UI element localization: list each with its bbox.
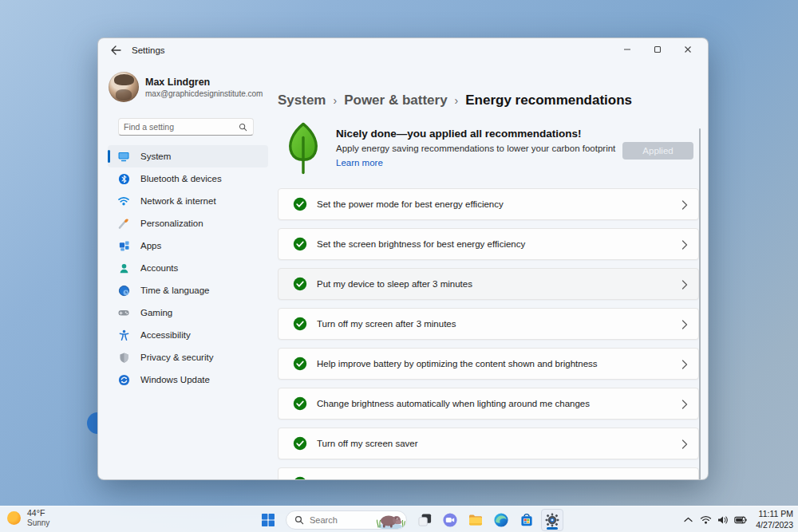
minimize-button[interactable]: [612, 40, 642, 59]
recommendation-label: Help improve battery by optimizing the c…: [317, 359, 598, 368]
sidebar-item-label: System: [140, 152, 171, 161]
sidebar-item-label: Apps: [140, 241, 161, 250]
windows-logo-icon: [261, 513, 275, 527]
gear-icon: [544, 512, 560, 528]
brush-icon: [117, 217, 130, 230]
sidebar: Max Lindgren max@graphicdesigninstitute.…: [98, 62, 278, 479]
sidebar-item-system[interactable]: System: [108, 145, 268, 167]
sidebar-item-time-language[interactable]: Time & language: [108, 279, 268, 301]
sidebar-item-accounts[interactable]: Accounts: [108, 257, 268, 279]
rec-row-screen-off[interactable]: Turn off my screen after 3 minutes: [278, 308, 699, 340]
volume-icon[interactable]: [716, 513, 730, 527]
window-controls: [612, 40, 703, 59]
chevron-right-icon: [681, 240, 688, 250]
check-circle-icon: [293, 277, 307, 291]
find-setting-input[interactable]: [119, 122, 239, 132]
rec-row-stop-usb[interactable]: Stop USB devices when my screen is off t…: [278, 467, 699, 480]
sidebar-nav: System Bluetooth & devices Network & int…: [108, 145, 268, 391]
breadcrumb-system[interactable]: System: [278, 93, 326, 108]
sidebar-item-bluetooth-devices[interactable]: Bluetooth & devices: [108, 167, 268, 190]
rec-row-optimize-content[interactable]: Help improve battery by optimizing the c…: [278, 348, 699, 380]
sidebar-item-privacy-security[interactable]: Privacy & security: [108, 346, 268, 368]
start-button[interactable]: [257, 509, 279, 531]
close-icon: [684, 45, 692, 53]
magnifier-icon: [294, 515, 304, 525]
find-setting-searchbox[interactable]: [118, 118, 254, 136]
minimize-icon: [623, 45, 631, 53]
store-button[interactable]: [516, 509, 538, 531]
edge-button[interactable]: [490, 509, 512, 531]
sidebar-item-accessibility[interactable]: Accessibility: [108, 324, 268, 346]
chevron-right-icon: [681, 400, 688, 409]
back-button[interactable]: [106, 44, 125, 58]
check-circle-icon: [293, 396, 307, 411]
breadcrumb-separator-icon: ›: [455, 94, 459, 107]
shield-icon: [117, 351, 130, 364]
scrollbar[interactable]: [699, 128, 701, 480]
task-view-icon: [417, 512, 433, 527]
taskbar-search-input[interactable]: [310, 515, 374, 525]
avatar: [109, 72, 139, 102]
taskbar-searchbox[interactable]: [286, 510, 407, 530]
recommendation-label: Turn off my screen saver: [317, 439, 418, 448]
taskbar-clock[interactable]: 11:11 PM 4/27/2023: [756, 509, 793, 530]
breadcrumb-power-battery[interactable]: Power & battery: [344, 93, 447, 108]
banner-title: Nicely done—you applied all recommendati…: [336, 128, 615, 140]
recommendations-banner: Nicely done—you applied all recommendati…: [278, 120, 693, 182]
wifi-icon: [117, 195, 130, 207]
apps-grid-icon: [117, 239, 130, 252]
breadcrumb: System › Power & battery › Energy recomm…: [278, 93, 632, 108]
clock-globe-icon: [117, 284, 130, 297]
task-view-button[interactable]: [413, 509, 436, 531]
applied-button[interactable]: Applied: [622, 142, 693, 160]
sidebar-item-label: Windows Update: [140, 375, 210, 384]
sidebar-item-label: Time & language: [140, 286, 210, 295]
check-circle-icon: [293, 197, 307, 211]
monitor-icon: [117, 150, 130, 163]
rec-row-auto-brightness[interactable]: Change brightness automatically when lig…: [278, 388, 699, 420]
weather-temp: 44°F: [27, 508, 49, 518]
rec-row-screen-brightness[interactable]: Set the screen brightness for best energ…: [278, 228, 699, 260]
store-icon: [519, 512, 535, 528]
leaf-icon: [281, 121, 326, 179]
battery-icon[interactable]: [733, 513, 748, 527]
sidebar-item-gaming[interactable]: Gaming: [108, 301, 268, 324]
sidebar-item-apps[interactable]: Apps: [108, 234, 268, 257]
settings-app-button[interactable]: [541, 509, 563, 531]
sidebar-item-network-internet[interactable]: Network & internet: [108, 190, 268, 212]
chevron-right-icon: [681, 360, 688, 369]
file-explorer-button[interactable]: [464, 509, 487, 531]
sidebar-item-label: Personalization: [140, 219, 203, 228]
sidebar-item-personalization[interactable]: Personalization: [108, 212, 268, 234]
chevron-up-icon[interactable]: [681, 513, 695, 527]
chat-button[interactable]: [439, 509, 461, 531]
folder-icon: [468, 512, 484, 528]
back-arrow-icon: [109, 45, 122, 56]
recommendation-label: Set the power mode for best energy effic…: [317, 199, 504, 209]
bluetooth-icon: [117, 172, 130, 185]
weather-condition: Sunny: [27, 518, 49, 529]
page-title: Energy recommendations: [465, 93, 632, 108]
learn-more-link[interactable]: Learn more: [336, 158, 383, 167]
breadcrumb-separator-icon: ›: [333, 94, 337, 107]
check-circle-icon: [293, 317, 307, 331]
weather-widget[interactable]: 44°F Sunny: [7, 508, 49, 529]
sidebar-item-label: Privacy & security: [140, 353, 213, 362]
rec-row-screen-saver[interactable]: Turn off my screen saver: [278, 428, 699, 459]
sidebar-item-windows-update[interactable]: Windows Update: [108, 368, 268, 391]
wifi-icon[interactable]: [698, 513, 713, 527]
sidebar-item-label: Accounts: [140, 263, 178, 273]
chevron-right-icon: [681, 200, 688, 210]
maximize-button[interactable]: [642, 40, 673, 59]
profile-name: Max Lindgren: [145, 77, 263, 88]
sun-icon: [7, 511, 21, 525]
system-tray: 11:11 PM 4/27/2023: [679, 506, 793, 532]
close-button[interactable]: [673, 40, 703, 59]
check-circle-icon: [293, 476, 307, 480]
rec-row-power-mode[interactable]: Set the power mode for best energy effic…: [278, 188, 699, 220]
recommendation-label: Stop USB devices when my screen is off t…: [317, 479, 564, 480]
check-circle-icon: [293, 436, 307, 451]
rec-row-device-sleep[interactable]: Put my device to sleep after 3 minutes: [278, 268, 699, 300]
main-content: System › Power & battery › Energy recomm…: [278, 62, 708, 479]
clock-date: 4/27/2023: [756, 520, 793, 531]
